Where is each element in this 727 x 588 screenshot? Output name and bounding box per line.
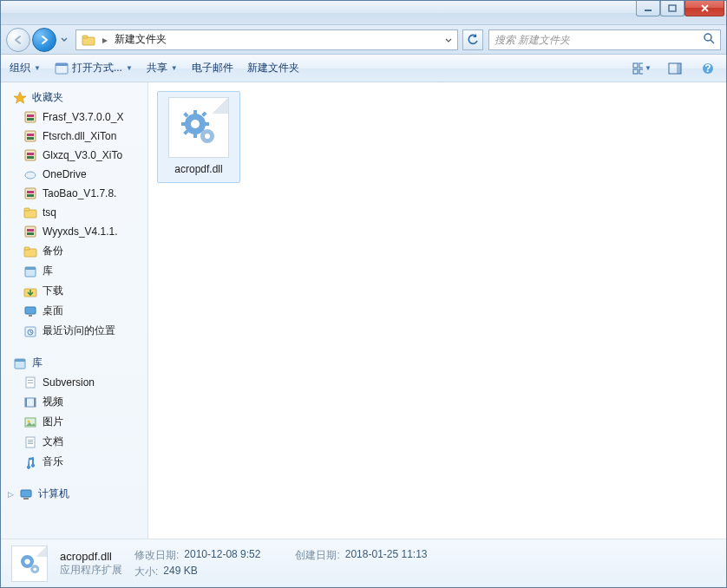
svg-rect-39 xyxy=(29,315,32,317)
svg-rect-26 xyxy=(27,191,34,193)
details-modified: 修改日期: 2010-12-08 9:52 xyxy=(134,548,260,563)
svg-rect-53 xyxy=(28,440,33,441)
sidebar-item[interactable]: 备份 xyxy=(1,241,147,261)
open-with-menu[interactable]: 打开方式... ▼ xyxy=(55,61,133,75)
sidebar-item[interactable]: 库 xyxy=(1,261,147,281)
svg-point-69 xyxy=(205,134,210,139)
desktop-icon xyxy=(23,304,37,318)
sidebar-item[interactable]: Ftsrch.dll_XiTon xyxy=(1,127,147,146)
favorites-label: 收藏夹 xyxy=(32,90,63,105)
file-list[interactable]: acropdf.dll xyxy=(148,82,726,539)
close-button[interactable] xyxy=(684,1,724,16)
sidebar-item[interactable]: 音乐 xyxy=(1,452,147,472)
sidebar-item[interactable]: Wyyxds_V4.1.1. xyxy=(1,222,147,241)
sidebar: 收藏夹 Frasf_V3.7.0.0_X Ftsrch.dll_XiTon Gl… xyxy=(1,82,148,539)
help-button[interactable]: ? xyxy=(698,59,717,78)
breadcrumb[interactable]: ▸ 新建文件夹 xyxy=(75,29,458,50)
sidebar-computer-header[interactable]: ▷ 计算机 xyxy=(1,484,147,504)
refresh-icon xyxy=(467,34,479,46)
breadcrumb-root[interactable] xyxy=(78,30,99,49)
folder-icon xyxy=(23,206,37,219)
sidebar-item[interactable]: 桌面 xyxy=(1,301,147,321)
svg-rect-17 xyxy=(27,118,34,121)
sidebar-item[interactable]: tsq xyxy=(1,203,147,222)
refresh-button[interactable] xyxy=(462,29,483,50)
svg-rect-45 xyxy=(28,380,33,381)
sidebar-favorites-group: 收藏夹 Frasf_V3.7.0.0_X Ftsrch.dll_XiTon Gl… xyxy=(1,88,147,341)
svg-rect-31 xyxy=(27,229,34,232)
rar-icon xyxy=(23,129,37,143)
svg-rect-34 xyxy=(24,247,29,250)
library-icon xyxy=(13,356,27,370)
help-icon: ? xyxy=(702,62,714,75)
sidebar-item[interactable]: 下载 xyxy=(1,281,147,301)
sidebar-item[interactable]: Frasf_V3.7.0.0_X xyxy=(1,108,147,127)
file-thumbnail xyxy=(168,97,229,158)
sidebar-item[interactable]: 最近访问的位置 xyxy=(1,321,147,341)
svg-rect-49 xyxy=(34,398,36,407)
titlebar xyxy=(1,1,726,25)
share-menu[interactable]: 共享 ▼ xyxy=(147,61,178,75)
svg-rect-16 xyxy=(27,114,34,117)
back-arrow-icon xyxy=(12,34,24,46)
search-input[interactable] xyxy=(494,34,703,46)
search-icon[interactable] xyxy=(703,32,715,47)
explorer-window: ▸ 新建文件夹 组织 ▼ 打开方式... ▼ xyxy=(0,0,727,588)
svg-rect-61 xyxy=(193,133,197,138)
breadcrumb-dropdown[interactable] xyxy=(442,34,455,46)
breadcrumb-separator[interactable]: ▸ xyxy=(101,34,109,46)
collapse-icon: ▷ xyxy=(8,490,14,499)
svg-rect-56 xyxy=(21,490,31,497)
new-folder-label: 新建文件夹 xyxy=(247,61,299,75)
file-item-selected[interactable]: acropdf.dll xyxy=(157,91,240,183)
minimize-button[interactable] xyxy=(636,1,660,16)
breadcrumb-current[interactable]: 新建文件夹 xyxy=(111,30,170,49)
svg-rect-63 xyxy=(204,122,209,126)
search-box[interactable] xyxy=(488,29,721,50)
chevron-down-icon: ▼ xyxy=(645,64,652,72)
svg-rect-1 xyxy=(669,5,676,11)
preview-pane-button[interactable] xyxy=(665,59,684,78)
nav-history-dropdown[interactable] xyxy=(58,31,70,49)
view-options-button[interactable]: ▼ xyxy=(632,59,652,78)
maximize-icon xyxy=(668,4,677,13)
svg-rect-29 xyxy=(24,208,29,211)
svg-point-24 xyxy=(25,172,36,179)
body: 收藏夹 Frasf_V3.7.0.0_X Ftsrch.dll_XiTon Gl… xyxy=(1,82,726,539)
window-controls xyxy=(636,1,724,16)
sidebar-favorites-header[interactable]: 收藏夹 xyxy=(1,88,147,108)
email-button[interactable]: 电子邮件 xyxy=(192,61,233,75)
details-icon xyxy=(11,546,48,582)
maximize-button[interactable] xyxy=(660,1,684,16)
computer-label: 计算机 xyxy=(38,487,69,501)
libraries-label: 库 xyxy=(32,356,43,370)
sidebar-item[interactable]: 视频 xyxy=(1,392,147,412)
downloads-icon xyxy=(23,284,37,298)
sidebar-item[interactable]: Glxzq_V3.0_XiTo xyxy=(1,146,147,165)
sidebar-item[interactable]: OneDrive xyxy=(1,165,147,184)
sidebar-item[interactable]: TaoBao_V1.7.8. xyxy=(1,184,147,203)
pictures-icon xyxy=(23,415,37,429)
back-button[interactable] xyxy=(6,28,30,52)
sidebar-libraries-header[interactable]: 库 xyxy=(1,353,147,373)
sidebar-computer-group: ▷ 计算机 xyxy=(1,484,147,504)
svg-rect-10 xyxy=(639,69,643,74)
svg-point-59 xyxy=(191,120,200,128)
forward-button[interactable] xyxy=(32,28,56,52)
sidebar-item[interactable]: 文档 xyxy=(1,432,147,452)
details-meta: 修改日期: 2010-12-08 9:52 创建日期: 2018-01-25 1… xyxy=(134,548,428,579)
star-icon xyxy=(13,91,27,105)
close-icon xyxy=(700,3,710,13)
svg-rect-27 xyxy=(27,194,34,197)
share-label: 共享 xyxy=(147,61,167,75)
svg-rect-20 xyxy=(27,137,34,140)
sidebar-item[interactable]: 图片 xyxy=(1,412,147,432)
toolbar: 组织 ▼ 打开方式... ▼ 共享 ▼ 电子邮件 新建文件夹 ▼ ? xyxy=(1,55,726,82)
folder-icon xyxy=(23,245,37,258)
new-folder-button[interactable]: 新建文件夹 xyxy=(247,61,299,75)
sidebar-item[interactable]: Subversion xyxy=(1,373,147,392)
svg-rect-48 xyxy=(25,398,27,407)
svg-point-51 xyxy=(28,420,30,422)
organize-menu[interactable]: 组织 ▼ xyxy=(10,61,41,75)
rar-icon xyxy=(23,225,37,238)
